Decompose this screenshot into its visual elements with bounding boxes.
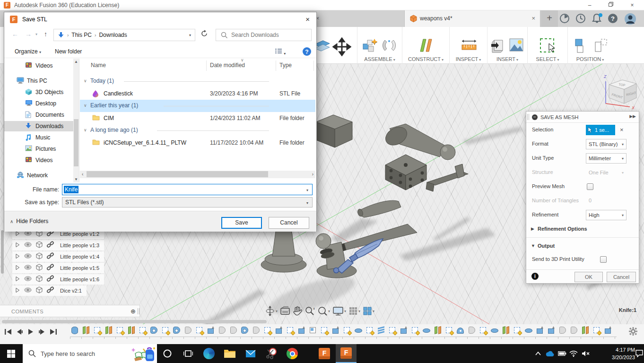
tray-expand-chevron[interactable] bbox=[532, 344, 544, 363]
save-button[interactable]: Save bbox=[221, 217, 262, 229]
move-tool-icon[interactable] bbox=[332, 37, 351, 58]
scrollbar-thumb[interactable] bbox=[87, 171, 268, 177]
timeline-feature-sketch[interactable] bbox=[365, 326, 374, 335]
refresh-icon[interactable] bbox=[200, 30, 208, 39]
minimize-button[interactable]: – bbox=[583, 1, 597, 9]
timeline-feature-sketch[interactable] bbox=[592, 326, 601, 335]
cortana-button[interactable] bbox=[157, 344, 178, 363]
timeline-feature-disc[interactable] bbox=[524, 326, 533, 335]
timeline-feature-disc[interactable] bbox=[422, 326, 431, 335]
cancel-button[interactable]: Cancel bbox=[269, 217, 309, 229]
user-avatar[interactable] bbox=[624, 13, 636, 25]
collapse-triangle-icon[interactable]: ▼ bbox=[531, 243, 535, 248]
fusion360-taskbar-icon-1[interactable]: F bbox=[314, 344, 335, 363]
timeline-feature-sketch[interactable] bbox=[342, 326, 352, 335]
tipped-pawn-model[interactable] bbox=[383, 123, 455, 160]
timeline-feature-sketch[interactable] bbox=[161, 326, 170, 335]
timeline-feature-revolve[interactable] bbox=[149, 326, 159, 335]
browser-row-little-people-v1-5[interactable]: Little people v1:5 bbox=[12, 263, 104, 273]
close-button[interactable]: × bbox=[625, 1, 639, 9]
timeline-feature-gray[interactable] bbox=[558, 326, 567, 335]
measure-ruler-icon[interactable] bbox=[460, 37, 478, 55]
file-group-header[interactable]: ∨Today (1) bbox=[80, 75, 315, 87]
toolbar-label-position[interactable]: POSITION bbox=[576, 56, 601, 62]
timeline-feature-sketch[interactable] bbox=[93, 326, 102, 335]
expand-triangle-icon[interactable] bbox=[15, 276, 20, 283]
comments-resize-handle[interactable] bbox=[138, 308, 139, 314]
visibility-eye-icon[interactable] bbox=[24, 276, 32, 283]
timeline-feature-extrude[interactable] bbox=[603, 326, 613, 335]
dialog-sidebar-item-downloads[interactable]: Downloads bbox=[4, 121, 73, 131]
timeline-feature-extrude[interactable] bbox=[399, 326, 409, 335]
format-select[interactable]: STL (Binary)▾ bbox=[586, 139, 627, 149]
timeline-feature-sketch[interactable] bbox=[444, 326, 454, 335]
visibility-eye-icon[interactable] bbox=[24, 253, 32, 260]
collapse-chevron-icon[interactable]: ∨ bbox=[84, 128, 87, 132]
timeline-play-button[interactable] bbox=[26, 328, 35, 336]
collapse-chevron-icon[interactable]: ∨ bbox=[84, 103, 87, 108]
sidebar-scrollbar[interactable]: ▲ ▼ bbox=[73, 59, 79, 182]
volume-muted-icon[interactable] bbox=[580, 344, 592, 363]
preview-mesh-checkbox[interactable] bbox=[587, 183, 593, 190]
toolbar-label-construct[interactable]: CONSTRUCT bbox=[408, 56, 441, 62]
tab-weapons-v4[interactable]: weapons v4* × bbox=[404, 10, 540, 27]
construct-planes-icon[interactable] bbox=[417, 37, 435, 56]
view-cube[interactable]: Z X TOP FRONT RIGHT bbox=[600, 69, 643, 112]
timeline-go-to-start-button[interactable] bbox=[4, 328, 12, 336]
viewport-horizontal-scrollbar[interactable] bbox=[2, 320, 267, 323]
extensions-icon[interactable] bbox=[559, 13, 571, 25]
timeline-feature-boxsel[interactable] bbox=[308, 326, 318, 335]
column-type[interactable]: Type bbox=[279, 62, 292, 69]
file-row-candlestick[interactable]: Candlestick3/20/2023 4:16 PMSTL File bbox=[80, 87, 315, 100]
breadcrumb-downloads[interactable]: Downloads bbox=[99, 32, 127, 38]
refinement-options-row[interactable]: ▶ Refinement Options bbox=[526, 222, 639, 236]
scroll-down-icon[interactable]: ▼ bbox=[73, 177, 79, 182]
up-arrow-icon[interactable]: ↑ bbox=[44, 30, 47, 38]
timeline-feature-gray[interactable] bbox=[183, 326, 193, 335]
column-name[interactable]: Name bbox=[91, 62, 106, 69]
dialog-sidebar-item-network[interactable]: Network bbox=[4, 170, 73, 181]
timeline-feature-extrude[interactable] bbox=[547, 326, 556, 335]
timeline-go-to-end-button[interactable] bbox=[49, 328, 58, 336]
timeline-feature-disc[interactable] bbox=[490, 326, 499, 335]
snipping-tool-icon[interactable] bbox=[261, 344, 282, 363]
file-row-cim[interactable]: CIM1/24/2023 11:02 AMFile folder bbox=[80, 112, 315, 124]
save-type-select[interactable]: STL Files (*.stl) ▾ bbox=[62, 197, 313, 207]
panel-cancel-button[interactable]: Cancel bbox=[607, 272, 636, 282]
visibility-eye-icon[interactable] bbox=[24, 287, 32, 294]
organize-button[interactable]: Organize ▾ bbox=[15, 48, 41, 55]
ok-button[interactable]: OK bbox=[574, 272, 603, 282]
toolbar-label-insert[interactable]: INSERT bbox=[496, 56, 515, 62]
look-at-tool-icon[interactable] bbox=[280, 306, 290, 316]
dialog-help-icon[interactable]: ? bbox=[302, 47, 312, 58]
tab-close-icon[interactable]: × bbox=[531, 15, 535, 22]
panel-flyout-icon[interactable]: ▶▶ bbox=[629, 114, 636, 119]
dice-model[interactable] bbox=[385, 155, 426, 190]
timeline-feature-revolve[interactable] bbox=[240, 326, 250, 335]
battery-icon[interactable] bbox=[556, 344, 568, 363]
wifi-icon[interactable] bbox=[567, 344, 580, 363]
action-center-icon[interactable] bbox=[635, 344, 644, 363]
timeline-feature-sketch[interactable] bbox=[388, 326, 397, 335]
browser-row-little-people-v1-3[interactable]: Little people v1:3 bbox=[12, 240, 104, 251]
view-mode-icon[interactable]: ▾ bbox=[275, 48, 286, 56]
toolbar-label-select[interactable]: SELECT bbox=[536, 56, 557, 62]
timeline-feature-sketch[interactable] bbox=[195, 326, 204, 335]
task-view-button[interactable] bbox=[178, 344, 199, 363]
joint-icon[interactable] bbox=[381, 37, 397, 55]
browser-row-little-people-v1-4[interactable]: Little people v1:4 bbox=[12, 251, 104, 262]
expand-triangle-icon[interactable] bbox=[15, 265, 20, 272]
fusion360-taskbar-icon-active[interactable]: F bbox=[336, 344, 357, 363]
save-type-chevron[interactable]: ▾ bbox=[306, 201, 308, 205]
new-folder-button[interactable]: New folder bbox=[55, 48, 82, 55]
scroll-right-icon[interactable]: › bbox=[312, 172, 313, 177]
timeline-feature-gray[interactable] bbox=[569, 326, 579, 335]
expand-triangle-icon[interactable] bbox=[15, 242, 20, 249]
toolbar-label-inspect[interactable]: INSPECT bbox=[456, 56, 479, 62]
hide-folders-button[interactable]: ∧Hide Folders bbox=[10, 218, 48, 225]
timeline-feature-extrude[interactable] bbox=[331, 326, 340, 335]
dialog-close-icon[interactable]: × bbox=[305, 15, 310, 23]
timeline-feature-gray[interactable] bbox=[218, 326, 227, 335]
dialog-sidebar-item-3d-objects[interactable]: 3D Objects bbox=[4, 87, 73, 97]
taskbar-search-box[interactable]: Type here to search bbox=[23, 344, 157, 363]
